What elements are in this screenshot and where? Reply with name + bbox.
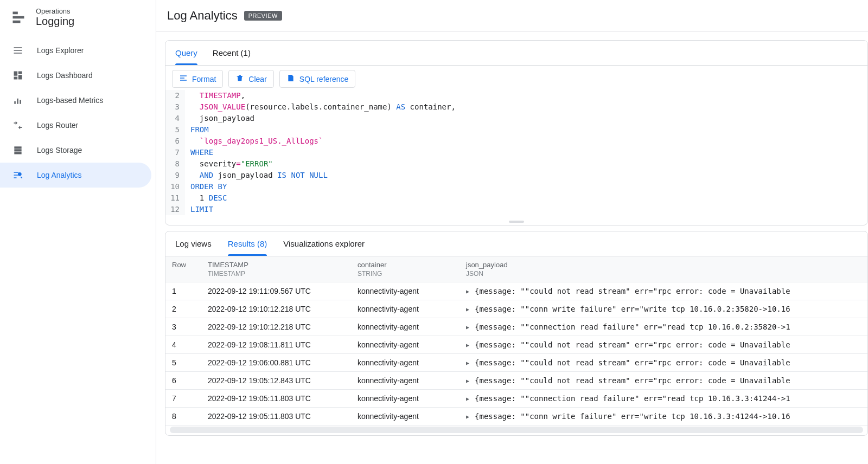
column-name: TIMESTAMP <box>208 261 358 269</box>
expand-caret-icon[interactable]: ▶ <box>466 378 469 384</box>
results-table-header: Row TIMESTAMP TIMESTAMP container STRING… <box>165 256 867 282</box>
payload-text: {message: ""could not read stream" err="… <box>475 340 790 349</box>
column-name: json_payload <box>466 261 861 269</box>
table-row[interactable]: 12022-09-12 19:11:09.567 UTCkonnectivity… <box>165 282 867 300</box>
editor-gutter: 23456789101112 <box>165 90 185 215</box>
cell-container: konnectivity-agent <box>358 358 466 367</box>
sidebar-item-label: Logs Dashboard <box>37 71 93 80</box>
sidebar-nav: Logs Explorer Logs Dashboard Logs-based … <box>0 38 156 188</box>
horizontal-scrollbar[interactable] <box>170 427 863 433</box>
table-row[interactable]: 72022-09-12 19:05:11.803 UTCkonnectivity… <box>165 390 867 408</box>
cell-timestamp: 2022-09-12 19:10:12.218 UTC <box>208 323 358 331</box>
expand-caret-icon[interactable]: ▶ <box>466 324 469 330</box>
table-row[interactable]: 22022-09-12 19:10:12.218 UTCkonnectivity… <box>165 300 867 318</box>
cell-row: 8 <box>172 412 208 421</box>
table-row[interactable]: 32022-09-12 19:10:12.218 UTCkonnectivity… <box>165 318 867 336</box>
button-label: SQL reference <box>299 75 349 83</box>
expand-caret-icon[interactable]: ▶ <box>466 360 469 366</box>
content-area: Query Recent (1) Format Clear SQL refere… <box>156 31 868 464</box>
bar-chart-icon <box>12 94 24 106</box>
product-super-title: Operations <box>36 7 74 15</box>
document-icon <box>286 74 295 84</box>
query-tabs: Query Recent (1) <box>165 41 867 66</box>
sidebar-item-logs-storage[interactable]: Logs Storage <box>0 138 151 163</box>
expand-caret-icon[interactable]: ▶ <box>466 342 469 348</box>
cell-timestamp: 2022-09-12 19:05:12.843 UTC <box>208 376 358 385</box>
sql-editor[interactable]: 23456789101112 TIMESTAMP, JSON_VALUE(res… <box>165 90 867 218</box>
payload-text: {message: ""connection read failure" err… <box>475 394 790 403</box>
column-name: Row <box>172 261 208 269</box>
cell-timestamp: 2022-09-12 19:10:12.218 UTC <box>208 305 358 313</box>
tab-query[interactable]: Query <box>175 41 197 65</box>
results-panel: Log views Results (8) Visualizations exp… <box>165 231 868 436</box>
sidebar-item-label: Log Analytics <box>37 171 82 179</box>
cell-json-payload: ▶{message: ""could not read stream" err=… <box>466 287 861 295</box>
logging-product-icon <box>11 10 26 25</box>
sidebar-item-logs-router[interactable]: Logs Router <box>0 113 151 138</box>
expand-caret-icon[interactable]: ▶ <box>466 396 469 402</box>
cell-row: 6 <box>172 376 208 385</box>
payload-text: {message: ""connection read failure" err… <box>475 323 790 331</box>
cell-json-payload: ▶{message: ""could not read stream" err=… <box>466 340 861 349</box>
cell-container: konnectivity-agent <box>358 340 466 349</box>
cell-timestamp: 2022-09-12 19:08:11.811 UTC <box>208 340 358 349</box>
table-row[interactable]: 82022-09-12 19:05:11.803 UTCkonnectivity… <box>165 408 867 426</box>
table-row[interactable]: 42022-09-12 19:08:11.811 UTCkonnectivity… <box>165 336 867 354</box>
storage-icon <box>12 144 24 156</box>
query-panel: Query Recent (1) Format Clear SQL refere… <box>165 40 868 225</box>
product-title: Logging <box>36 15 74 28</box>
cell-timestamp: 2022-09-12 19:05:11.803 UTC <box>208 394 358 403</box>
cell-row: 5 <box>172 358 208 367</box>
payload-text: {message: ""conn write failure" err="wri… <box>475 305 790 313</box>
table-row[interactable]: 52022-09-12 19:06:00.881 UTCkonnectivity… <box>165 354 867 372</box>
cell-json-payload: ▶{message: ""connection read failure" er… <box>466 394 861 403</box>
cell-container: konnectivity-agent <box>358 323 466 331</box>
column-type: STRING <box>358 270 466 278</box>
cell-json-payload: ▶{message: ""conn write failure" err="wr… <box>466 412 861 421</box>
cell-row: 4 <box>172 340 208 349</box>
payload-text: {message: ""could not read stream" err="… <box>475 287 790 295</box>
preview-badge: PREVIEW <box>244 11 282 21</box>
cell-timestamp: 2022-09-12 19:06:00.881 UTC <box>208 358 358 367</box>
payload-text: {message: ""could not read stream" err="… <box>475 358 790 367</box>
cell-json-payload: ▶{message: ""could not read stream" err=… <box>466 376 861 385</box>
sidebar-item-logs-explorer[interactable]: Logs Explorer <box>0 38 151 63</box>
tab-log-views[interactable]: Log views <box>175 231 212 256</box>
editor-code[interactable]: TIMESTAMP, JSON_VALUE(resource.labels.co… <box>185 90 456 215</box>
column-header-json-payload: json_payload JSON <box>466 261 861 278</box>
sql-reference-button[interactable]: SQL reference <box>279 70 356 88</box>
tab-results[interactable]: Results (8) <box>228 231 267 256</box>
column-type: TIMESTAMP <box>208 270 358 278</box>
tab-recent[interactable]: Recent (1) <box>213 41 251 65</box>
column-header-container: container STRING <box>358 261 466 278</box>
cell-timestamp: 2022-09-12 19:05:11.803 UTC <box>208 412 358 421</box>
expand-caret-icon[interactable]: ▶ <box>466 288 469 294</box>
format-button[interactable]: Format <box>172 70 223 88</box>
trash-icon <box>235 74 244 84</box>
cell-row: 2 <box>172 305 208 313</box>
table-row[interactable]: 62022-09-12 19:05:12.843 UTCkonnectivity… <box>165 372 867 390</box>
format-icon <box>179 74 188 84</box>
cell-container: konnectivity-agent <box>358 412 466 421</box>
panel-resize-handle[interactable] <box>165 218 867 225</box>
expand-caret-icon[interactable]: ▶ <box>466 306 469 312</box>
payload-text: {message: ""could not read stream" err="… <box>475 376 790 385</box>
cell-container: konnectivity-agent <box>358 376 466 385</box>
results-table-body: 12022-09-12 19:11:09.567 UTCkonnectivity… <box>165 282 867 426</box>
sidebar-item-logs-metrics[interactable]: Logs-based Metrics <box>0 88 151 113</box>
clear-button[interactable]: Clear <box>228 70 273 88</box>
sidebar-item-label: Logs-based Metrics <box>37 96 103 105</box>
query-toolbar: Format Clear SQL reference <box>165 66 867 90</box>
sidebar-item-log-analytics[interactable]: Log Analytics <box>0 163 151 188</box>
main-content: Log Analytics PREVIEW Query Recent (1) F… <box>156 0 868 464</box>
cell-container: konnectivity-agent <box>358 305 466 313</box>
sidebar-item-logs-dashboard[interactable]: Logs Dashboard <box>0 63 151 88</box>
results-tabs: Log views Results (8) Visualizations exp… <box>165 231 867 256</box>
cell-container: konnectivity-agent <box>358 394 466 403</box>
column-header-timestamp: TIMESTAMP TIMESTAMP <box>208 261 358 278</box>
expand-caret-icon[interactable]: ▶ <box>466 414 469 420</box>
cell-timestamp: 2022-09-12 19:11:09.567 UTC <box>208 287 358 295</box>
tab-visualizations[interactable]: Visualizations explorer <box>283 231 365 256</box>
product-header: Operations Logging <box>0 0 156 35</box>
cell-row: 3 <box>172 323 208 331</box>
